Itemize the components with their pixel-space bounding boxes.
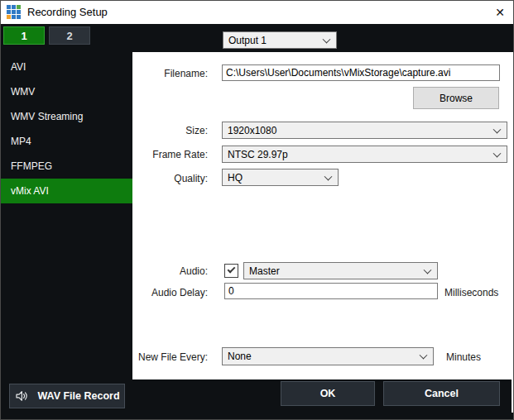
sidebar-item-mp4[interactable]: MP4 bbox=[1, 129, 132, 154]
sidebar-item-label: AVI bbox=[11, 61, 26, 73]
quality-label: Quality: bbox=[174, 173, 208, 184]
speaker-icon bbox=[14, 389, 29, 403]
audio-delay-input[interactable] bbox=[224, 283, 438, 299]
wav-file-record-label: WAV File Record bbox=[37, 390, 119, 402]
size-label: Size: bbox=[185, 125, 208, 136]
cancel-button-label: Cancel bbox=[425, 388, 459, 399]
milliseconds-label: Milliseconds bbox=[444, 287, 498, 298]
sidebar-item-label: FFMPEG bbox=[11, 160, 52, 172]
vmix-logo-icon bbox=[7, 5, 22, 20]
chevron-down-icon bbox=[424, 265, 432, 274]
size-select-value: 1920x1080 bbox=[228, 125, 276, 136]
filename-label: Filename: bbox=[164, 68, 208, 79]
audio-checkbox[interactable] bbox=[224, 264, 238, 278]
ok-button[interactable]: OK bbox=[281, 381, 375, 406]
tab-output-2[interactable]: 2 bbox=[49, 26, 90, 45]
sidebar-item-label: WMV bbox=[11, 86, 35, 98]
new-file-every-value: None bbox=[228, 351, 252, 362]
audio-label: Audio: bbox=[180, 265, 208, 277]
browse-button-label: Browse bbox=[440, 93, 473, 104]
output-select[interactable]: Output 1 bbox=[223, 31, 337, 49]
audio-delay-label: Audio Delay: bbox=[151, 287, 208, 298]
filename-input[interactable] bbox=[222, 64, 500, 81]
check-icon bbox=[228, 265, 236, 274]
browse-button[interactable]: Browse bbox=[413, 87, 499, 109]
frame-rate-label: Frame Rate: bbox=[152, 149, 208, 160]
sidebar-item-label: MP4 bbox=[11, 136, 31, 147]
quality-select[interactable]: HQ bbox=[222, 169, 339, 186]
sidebar-item-label: WMV Streaming bbox=[11, 111, 83, 122]
cancel-button[interactable]: Cancel bbox=[383, 381, 500, 406]
output-select-value: Output 1 bbox=[228, 35, 267, 46]
new-file-every-select[interactable]: None bbox=[222, 347, 434, 365]
audio-bus-select[interactable]: Master bbox=[243, 262, 438, 279]
titlebar: Recording Setup ✕ bbox=[1, 1, 513, 24]
chevron-down-icon bbox=[420, 351, 428, 360]
minutes-label: Minutes bbox=[446, 351, 481, 363]
chevron-down-icon bbox=[493, 149, 502, 157]
sidebar-item-avi[interactable]: AVI bbox=[1, 55, 132, 79]
chevron-down-icon bbox=[493, 125, 502, 133]
ok-button-label: OK bbox=[320, 388, 336, 399]
sidebar-item-ffmpeg[interactable]: FFMPEG bbox=[1, 154, 132, 179]
wav-file-record-button[interactable]: WAV File Record bbox=[9, 384, 125, 408]
sidebar-item-vmix-avi[interactable]: vMix AVI bbox=[1, 179, 132, 203]
chevron-down-icon bbox=[324, 172, 333, 180]
quality-select-value: HQ bbox=[228, 172, 243, 184]
tab-output-1[interactable]: 1 bbox=[3, 26, 45, 45]
close-icon[interactable]: ✕ bbox=[495, 5, 505, 20]
audio-bus-select-value: Master bbox=[249, 265, 280, 277]
window-title: Recording Setup bbox=[27, 6, 108, 18]
sidebar-item-wmv[interactable]: WMV bbox=[1, 79, 132, 104]
sidebar-item-label: vMix AVI bbox=[11, 185, 49, 197]
frame-rate-select[interactable]: NTSC 29.97p bbox=[222, 146, 507, 163]
recording-setup-dialog: Recording Setup ✕ 1 2 Output 1 AVI WMV W… bbox=[0, 0, 514, 420]
new-file-every-label: New File Every: bbox=[138, 351, 208, 363]
chevron-down-icon bbox=[323, 35, 331, 43]
frame-rate-select-value: NTSC 29.97p bbox=[228, 149, 288, 160]
size-select[interactable]: 1920x1080 bbox=[222, 122, 507, 139]
sidebar-item-wmv-streaming[interactable]: WMV Streaming bbox=[1, 104, 132, 129]
